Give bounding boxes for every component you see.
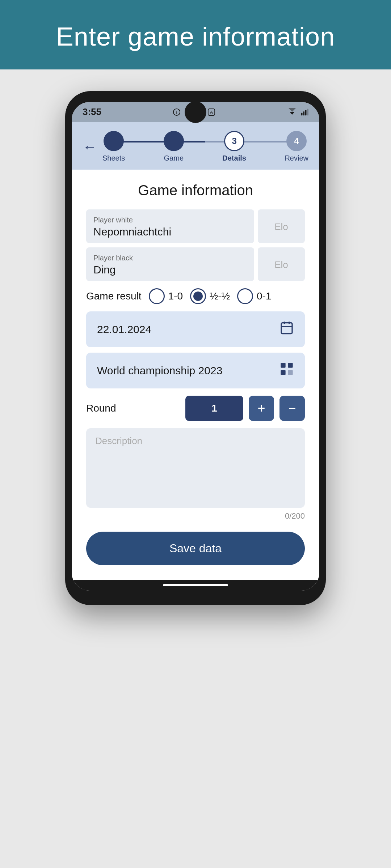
radio-half[interactable] — [190, 288, 206, 304]
round-decrement-button[interactable]: − — [279, 396, 305, 421]
step-4-circle: 4 — [286, 131, 307, 151]
save-button[interactable]: Save data — [86, 532, 305, 565]
result-0-1[interactable]: 0-1 — [237, 288, 271, 304]
game-result-label: Game result — [86, 290, 142, 302]
step-1-label: Sheets — [102, 154, 125, 162]
player-black-field[interactable]: Player black Ding — [86, 247, 254, 281]
tournament-value: World championship 2023 — [97, 365, 222, 377]
svg-text:A: A — [210, 109, 213, 115]
svg-rect-17 — [288, 370, 293, 375]
player-white-elo-placeholder: Elo — [274, 221, 288, 233]
round-row: Round 1 + − — [86, 396, 305, 421]
page-title: Game information — [86, 182, 305, 199]
step-details[interactable]: 3 Details — [222, 131, 246, 162]
step-4-label: Review — [285, 154, 308, 162]
svg-rect-9 — [307, 109, 308, 115]
calendar-icon — [279, 320, 294, 338]
step-2-circle — [164, 131, 184, 151]
step-3-circle: 3 — [224, 131, 244, 151]
svg-rect-8 — [305, 110, 307, 115]
result-1-0-text: 1-0 — [168, 290, 183, 302]
step-3-label: Details — [222, 154, 246, 162]
tournament-icon — [279, 362, 294, 379]
radio-0-1[interactable] — [237, 288, 253, 304]
svg-rect-10 — [281, 323, 292, 334]
svg-text:i: i — [176, 109, 177, 115]
step-review[interactable]: 4 Review — [285, 131, 308, 162]
player-white-row: Player white Nepomniachtchi Elo — [86, 209, 305, 243]
radio-1-0[interactable] — [149, 288, 165, 304]
player-black-elo-placeholder: Elo — [274, 259, 288, 271]
home-bar — [163, 584, 228, 586]
player-white-elo[interactable]: Elo — [258, 209, 305, 243]
main-content: Game information Player white Nepomniach… — [72, 170, 319, 580]
player-black-value: Ding — [93, 264, 247, 276]
stepper: Sheets Game 3 Details 4 Review — [102, 131, 308, 162]
result-0-1-text: 0-1 — [257, 290, 271, 302]
result-half-text: ½-½ — [210, 290, 230, 302]
player-white-label: Player white — [93, 216, 247, 224]
calendar-svg — [279, 320, 294, 335]
step-game[interactable]: Game — [164, 131, 184, 162]
step-sheets[interactable]: Sheets — [102, 131, 125, 162]
back-button[interactable]: ← — [83, 140, 97, 154]
home-indicator — [72, 580, 319, 591]
tournament-svg — [279, 362, 294, 376]
tournament-field[interactable]: World championship 2023 — [86, 353, 305, 388]
svg-rect-14 — [281, 363, 285, 367]
game-result-row: Game result 1-0 ½-½ — [86, 288, 305, 304]
description-counter: 0/200 — [86, 511, 305, 521]
phone-frame: 3:55 i A — [65, 91, 326, 605]
signal-icon — [300, 108, 308, 116]
round-label: Round — [86, 403, 180, 414]
a-icon: A — [207, 108, 215, 116]
result-1-0[interactable]: 1-0 — [149, 288, 183, 304]
status-time: 3:55 — [83, 106, 101, 118]
status-bar: 3:55 i A — [72, 102, 319, 122]
wifi-icon — [287, 108, 298, 116]
date-field[interactable]: 22.01.2024 — [86, 311, 305, 347]
app-header-title: Enter game information — [22, 22, 369, 51]
phone-screen: 3:55 i A — [72, 102, 319, 591]
step-1-circle — [104, 131, 124, 151]
player-white-value: Nepomniachtchi — [93, 226, 247, 238]
player-black-elo[interactable]: Elo — [258, 247, 305, 281]
player-black-label: Player black — [93, 254, 247, 262]
svg-rect-6 — [301, 112, 303, 115]
radio-half-inner — [193, 292, 203, 301]
round-value[interactable]: 1 — [185, 396, 243, 421]
date-value: 22.01.2024 — [97, 323, 151, 336]
svg-rect-15 — [288, 363, 293, 367]
svg-marker-5 — [289, 108, 296, 112]
status-right-icons — [287, 108, 308, 116]
player-black-row: Player black Ding Elo — [86, 247, 305, 281]
description-placeholder: Description — [95, 435, 142, 446]
stepper-line-active — [113, 141, 205, 142]
svg-rect-7 — [303, 111, 304, 115]
info-icon: i — [173, 108, 181, 116]
camera-notch — [185, 102, 206, 123]
round-increment-button[interactable]: + — [249, 396, 274, 421]
player-white-field[interactable]: Player white Nepomniachtchi — [86, 209, 254, 243]
result-half[interactable]: ½-½ — [190, 288, 230, 304]
svg-rect-16 — [281, 370, 285, 375]
description-field[interactable]: Description — [86, 428, 305, 508]
svg-marker-4 — [290, 112, 295, 115]
stepper-nav: ← Sheets Game 3 Details — [72, 122, 319, 170]
app-header: Enter game information — [0, 0, 391, 69]
step-2-label: Game — [164, 154, 184, 162]
